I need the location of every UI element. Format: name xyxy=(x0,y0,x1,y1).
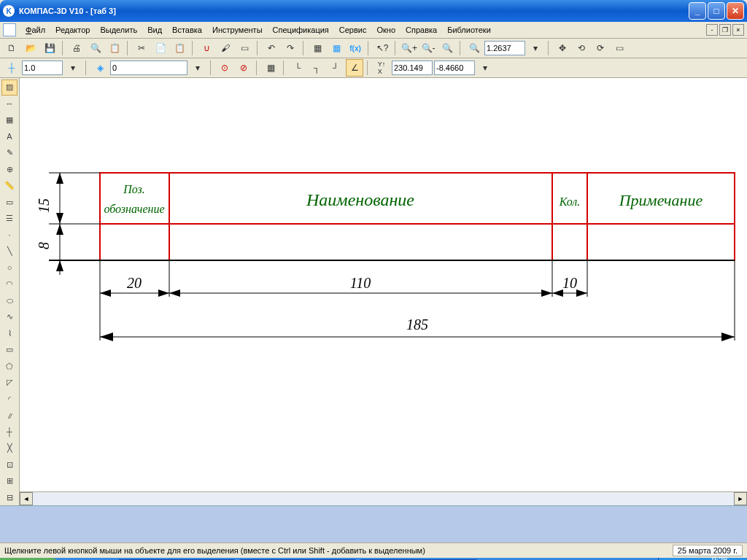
snap-on-button[interactable]: ⊙ xyxy=(216,59,233,77)
zoom-fit-button[interactable]: 🔍 xyxy=(465,39,483,57)
tool-rect[interactable]: ▭ xyxy=(1,342,18,358)
tool-spec[interactable]: ☰ xyxy=(1,211,18,227)
tool-arc[interactable]: ◠ xyxy=(1,276,18,292)
tool-line[interactable]: ╲ xyxy=(1,244,18,260)
eraser-button[interactable]: ▭ xyxy=(236,39,253,57)
tool-aux[interactable]: ╳ xyxy=(1,440,18,456)
tool-spline[interactable]: ∿ xyxy=(1,309,18,325)
status-date: 25 марта 2009 г. xyxy=(673,545,743,556)
tool-extra3[interactable]: ⊟ xyxy=(1,490,18,506)
zoom-in-button[interactable]: 🔍+ xyxy=(400,39,418,57)
fx-button[interactable]: f(x) xyxy=(347,39,364,57)
layers2-button[interactable]: ▦ xyxy=(328,39,345,57)
drawing-canvas[interactable]: 15 8 20 110 10 xyxy=(20,78,747,491)
tool-axis[interactable]: ┼ xyxy=(1,424,18,440)
zoom-out-button[interactable]: 🔍- xyxy=(419,39,437,57)
tool-extra2[interactable]: ⊞ xyxy=(1,473,18,489)
ortho-l-button[interactable]: └ xyxy=(289,59,306,77)
menu-window[interactable]: Окно xyxy=(372,24,400,36)
grid-button[interactable]: ▦ xyxy=(262,59,279,77)
save-button[interactable]: 💾 xyxy=(41,39,58,57)
paste-button[interactable]: 📋 xyxy=(171,39,188,57)
tool-offset[interactable]: ⫽ xyxy=(1,408,18,424)
scroll-left-button[interactable]: ◄ xyxy=(20,492,33,505)
undo-button[interactable]: ↶ xyxy=(263,39,280,57)
layer-icon[interactable]: ◈ xyxy=(91,59,109,77)
tool-ellipse[interactable]: ⬭ xyxy=(1,293,18,309)
left-toolbar: ▨ ↔ ▦ A ✎ ⊕ 📏 ▭ ☰ · ╲ ○ ◠ ⬭ ∿ ⌇ ▭ ⬠ ◸ ◜ … xyxy=(0,78,20,505)
maximize-button[interactable]: □ xyxy=(708,2,725,20)
tool-hatch[interactable]: ▦ xyxy=(1,112,18,128)
open-button[interactable]: 📂 xyxy=(22,39,39,57)
menu-editor[interactable]: Редактор xyxy=(51,24,94,36)
cut-button[interactable]: ✂ xyxy=(133,39,150,57)
menu-libs[interactable]: Библиотеки xyxy=(443,24,495,36)
viewport-button[interactable]: ▭ xyxy=(611,39,628,57)
magnet-button[interactable]: ∪ xyxy=(198,39,215,57)
step-icon[interactable]: ┼ xyxy=(3,59,20,77)
snap-off-button[interactable]: ⊘ xyxy=(235,59,252,77)
zoom-input[interactable] xyxy=(484,41,525,55)
properties-button[interactable]: 📋 xyxy=(106,39,123,57)
coord-dropdown[interactable]: ▾ xyxy=(476,59,494,77)
ortho-r-button[interactable]: ┐ xyxy=(308,59,325,77)
tool-geometry[interactable]: ▨ xyxy=(1,79,18,96)
tool-poly[interactable]: ⬠ xyxy=(1,359,18,375)
step-input[interactable] xyxy=(22,61,63,75)
step-dropdown[interactable]: ▾ xyxy=(64,59,82,77)
menu-view[interactable]: Вид xyxy=(143,24,166,36)
close-button[interactable]: ✕ xyxy=(727,2,744,20)
tool-chamfer[interactable]: ◸ xyxy=(1,375,18,391)
print-button[interactable]: 🖨 xyxy=(68,39,85,57)
rotate-button[interactable]: ⟲ xyxy=(573,39,590,57)
tray-clock[interactable]: 9:28 среда 25.03.2009 xyxy=(700,556,740,560)
menu-insert[interactable]: Вставка xyxy=(168,24,206,36)
tool-param[interactable]: ⊕ xyxy=(1,162,18,178)
menu-select[interactable]: Выделить xyxy=(96,24,142,36)
new-button[interactable]: 🗋 xyxy=(3,39,20,57)
tool-text[interactable]: A xyxy=(1,129,18,145)
redo-button[interactable]: ↷ xyxy=(282,39,299,57)
layers-button[interactable]: ▦ xyxy=(309,39,326,57)
redraw-button[interactable]: ⟳ xyxy=(592,39,609,57)
document-icon[interactable] xyxy=(3,23,16,36)
svg-marker-26 xyxy=(552,289,563,297)
layer-dropdown[interactable]: ▾ xyxy=(189,59,206,77)
minimize-button[interactable]: _ xyxy=(689,2,706,20)
menu-service[interactable]: Сервис xyxy=(335,24,371,36)
horizontal-scrollbar[interactable]: ◄ ► xyxy=(20,491,747,505)
menu-spec[interactable]: Спецификация xyxy=(268,24,333,36)
menu-help[interactable]: Справка xyxy=(401,24,441,36)
coord-x-input[interactable] xyxy=(392,61,433,75)
vdim-15: 15 xyxy=(36,198,52,213)
coord-y-input[interactable] xyxy=(434,61,475,75)
ortho-t-button[interactable]: ┘ xyxy=(327,59,344,77)
tool-fillet[interactable]: ◜ xyxy=(1,392,18,408)
tool-edit[interactable]: ✎ xyxy=(1,145,18,161)
preview-button[interactable]: 🔍 xyxy=(87,39,104,57)
tool-circle[interactable]: ○ xyxy=(1,260,18,276)
brush-button[interactable]: 🖌 xyxy=(217,39,234,57)
help-cursor-button[interactable]: ↖? xyxy=(374,39,391,57)
tool-point[interactable]: · xyxy=(1,228,18,244)
mdi-minimize[interactable]: - xyxy=(706,24,718,36)
tool-measure[interactable]: 📏 xyxy=(1,178,18,194)
menu-file[interactable]: Файл xyxy=(21,24,50,36)
titlebar: K КОМПАС-3D V10 - [таб 3] _ □ ✕ xyxy=(0,0,747,22)
zoom-dropdown[interactable]: ▾ xyxy=(527,39,544,57)
tool-dimension[interactable]: ↔ xyxy=(1,96,18,112)
menu-tools[interactable]: Инструменты xyxy=(208,24,267,36)
tool-extra1[interactable]: ⊡ xyxy=(1,457,18,473)
tool-select[interactable]: ▭ xyxy=(1,195,18,211)
pan-button[interactable]: ✥ xyxy=(554,39,571,57)
header-kol: Кол. xyxy=(559,195,581,208)
tool-polyline[interactable]: ⌇ xyxy=(1,326,18,342)
mdi-restore[interactable]: ❐ xyxy=(719,24,731,36)
header-poz: Поз. xyxy=(123,183,145,195)
zoom-window-button[interactable]: 🔍 xyxy=(438,39,456,57)
scroll-right-button[interactable]: ► xyxy=(734,492,747,505)
mdi-close[interactable]: × xyxy=(732,24,744,36)
layer-input[interactable] xyxy=(110,61,187,75)
copy-button[interactable]: 📄 xyxy=(152,39,169,57)
angle-button[interactable]: ∠ xyxy=(346,59,363,77)
